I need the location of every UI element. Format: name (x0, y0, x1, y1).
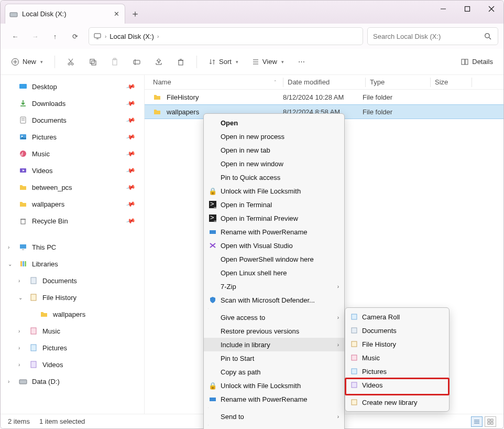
close-button[interactable] (479, 1, 503, 17)
up-button[interactable]: ↑ (46, 27, 64, 46)
svg-rect-55 (488, 419, 490, 421)
column-size[interactable]: Size (435, 78, 472, 86)
ctxlib-pictures[interactable]: Pictures (345, 364, 449, 378)
ctx-copy-path[interactable]: Copy as path (204, 365, 344, 379)
ctx-give-access[interactable]: Give access to› (204, 310, 344, 324)
terminal-icon: >_ (208, 213, 217, 223)
ctx-open-tab[interactable]: Open in new tab (204, 143, 344, 157)
paste-button[interactable] (105, 53, 124, 71)
thumbnails-view-button[interactable] (485, 416, 496, 427)
sidebar-item-downloads[interactable]: Downloads📌 (1, 95, 144, 112)
status-selected: 1 item selected (39, 417, 85, 425)
ctx-open-terminal-preview[interactable]: >_Open in Terminal Preview (204, 211, 344, 225)
details-view-button[interactable] (471, 416, 483, 427)
cut-button[interactable] (61, 53, 80, 71)
visual-studio-icon (208, 241, 217, 250)
sidebar-item-documents[interactable]: Documents📌 (1, 112, 144, 128)
ctx-open-linux[interactable]: Open Linux shell here (204, 266, 344, 280)
sidebar-item-lib-wallpapers[interactable]: wallpapers (1, 306, 144, 323)
ctx-open-vs[interactable]: Open with Visual Studio (204, 239, 344, 252)
ctx-cut[interactable]: Cut (204, 427, 344, 429)
new-button[interactable]: New▾ (6, 53, 48, 71)
sidebar-item-pictures[interactable]: Pictures📌 (1, 128, 144, 145)
sidebar-item-videos[interactable]: Videos📌 (1, 162, 144, 179)
sidebar-item-between-pcs[interactable]: between_pcs📌 (1, 179, 144, 196)
new-tab-button[interactable]: ＋ (125, 4, 145, 24)
ctx-rename-powerrename-2[interactable]: Rename with PowerRename (204, 392, 344, 406)
ctx-open-window[interactable]: Open in new window (204, 157, 344, 170)
sidebar-item-lib-filehistory[interactable]: ⌄File History (1, 289, 144, 306)
ctx-include-library[interactable]: Include in library› (204, 338, 344, 351)
ctx-pin-quick[interactable]: Pin to Quick access (204, 170, 344, 184)
rename-icon (208, 394, 217, 404)
ctxlib-filehistory[interactable]: File History (345, 337, 449, 351)
ctx-open-terminal[interactable]: >_Open in Terminal (204, 198, 344, 211)
chevron-down-icon[interactable]: ⌄ (18, 295, 26, 301)
ctx-scan-defender[interactable]: Scan with Microsoft Defender... (204, 293, 344, 307)
ctxlib-videos[interactable]: Videos (345, 378, 449, 392)
ctx-rename-powerrename[interactable]: Rename with PowerRename (204, 225, 344, 239)
shield-icon (208, 295, 217, 305)
column-headers[interactable]: Name˄ Date modified Type Size (145, 75, 503, 90)
refresh-button[interactable]: ⟳ (65, 27, 84, 46)
column-name[interactable]: Name˄ (153, 78, 283, 86)
window-tab[interactable]: Local Disk (X:) ✕ (5, 4, 125, 24)
breadcrumb[interactable]: › Local Disk (X:) › (89, 27, 363, 45)
sidebar-item-data-d[interactable]: ›Data (D:) (1, 373, 144, 390)
share-button[interactable] (149, 53, 168, 71)
chevron-right-icon[interactable]: › (8, 379, 15, 384)
details-button[interactable]: Details (455, 53, 498, 71)
chevron-right-icon: › (337, 284, 339, 289)
sidebar-item-wallpapers[interactable]: wallpapers📌 (1, 196, 144, 212)
chevron-right-icon[interactable]: › (18, 278, 26, 284)
sidebar-item-lib-videos[interactable]: ›Videos (1, 356, 144, 373)
search-box[interactable] (367, 27, 498, 45)
close-tab-icon[interactable]: ✕ (112, 10, 120, 18)
search-input[interactable] (373, 33, 483, 40)
more-button[interactable]: ⋯ (292, 53, 311, 71)
chevron-down-icon[interactable]: ⌄ (8, 261, 15, 267)
sidebar-item-music[interactable]: Music📌 (1, 145, 144, 162)
sort-button[interactable]: Sort▾ (203, 53, 244, 71)
maximize-button[interactable] (455, 1, 479, 17)
view-button[interactable]: View▾ (247, 53, 289, 71)
svg-rect-46 (31, 277, 36, 284)
sidebar-item-lib-documents[interactable]: ›Documents (1, 272, 144, 289)
ctx-unlock-locksmith[interactable]: 🔒Unlock with File Locksmith (204, 184, 344, 198)
chevron-right-icon[interactable]: › (18, 362, 26, 368)
forward-button[interactable]: → (26, 27, 45, 46)
ctx-open[interactable]: Open (204, 116, 344, 130)
delete-button[interactable] (171, 53, 190, 71)
svg-point-13 (71, 63, 73, 65)
sidebar-item-thispc[interactable]: ›This PC (1, 239, 144, 255)
ctx-open-powershell[interactable]: Open PowerShell window here (204, 252, 344, 266)
sidebar-item-lib-music[interactable]: ›Music (1, 323, 144, 339)
column-date[interactable]: Date modified (288, 78, 365, 86)
back-button[interactable]: ← (6, 27, 25, 46)
ctxlib-documents[interactable]: Documents (345, 324, 449, 337)
column-type[interactable]: Type (370, 78, 430, 86)
ctx-send-to[interactable]: Send to› (204, 410, 344, 423)
sidebar: Desktop📌 Downloads📌 Documents📌 Pictures📌… (1, 75, 145, 414)
sidebar-item-lib-pictures[interactable]: ›Pictures (1, 339, 144, 356)
chevron-right-icon[interactable]: › (18, 328, 26, 334)
library-icon (29, 360, 38, 369)
ctxlib-create-new[interactable]: Create new library (345, 395, 449, 409)
ctx-pin-start[interactable]: Pin to Start (204, 351, 344, 365)
file-row[interactable]: FileHistory 8/12/2024 10:28 AM File fold… (145, 90, 503, 104)
sidebar-item-desktop[interactable]: Desktop📌 (1, 78, 144, 95)
rename-button[interactable] (127, 53, 146, 71)
ctx-restore-prev[interactable]: Restore previous versions (204, 324, 344, 338)
sidebar-item-libraries[interactable]: ⌄Libraries (1, 255, 144, 272)
ctx-open-process[interactable]: Open in new process (204, 130, 344, 143)
ctx-unlock-locksmith-2[interactable]: 🔒Unlock with File Locksmith (204, 379, 344, 392)
chevron-right-icon[interactable]: › (18, 345, 26, 351)
copy-button[interactable] (83, 53, 102, 71)
ctx-7zip[interactable]: 7-Zip› (204, 280, 344, 293)
chevron-right-icon[interactable]: › (8, 244, 15, 250)
ctxlib-music[interactable]: Music (345, 351, 449, 364)
sidebar-item-recycle[interactable]: Recycle Bin📌 (1, 212, 144, 229)
minimize-button[interactable] (431, 1, 455, 17)
breadcrumb-segment[interactable]: Local Disk (X:) (109, 33, 154, 40)
ctxlib-camera[interactable]: Camera Roll (345, 310, 449, 324)
